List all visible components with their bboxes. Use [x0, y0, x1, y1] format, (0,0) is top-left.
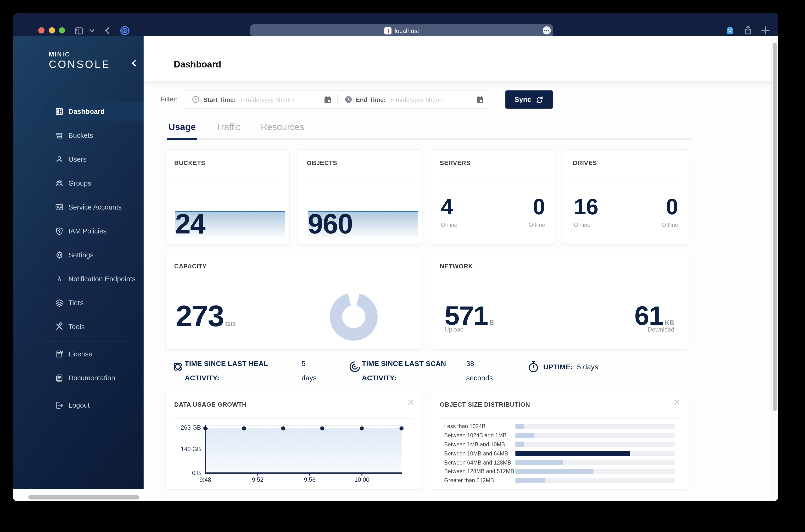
- uptime-icon: [527, 360, 539, 373]
- usage-growth-chart: 263 GB140 GB0 B9:489:529:5610:00: [166, 391, 422, 490]
- drives-online-count: 16: [574, 194, 598, 220]
- start-time-label: Start Time:: [203, 96, 236, 103]
- sync-button-label: Sync: [514, 96, 531, 103]
- dist-row: Between 128MB and 512MB: [444, 467, 675, 476]
- start-time-field[interactable]: Start Time: mm/dd/yyyy hh:mm: [185, 91, 337, 108]
- sidebar-toggle-icon[interactable]: [74, 26, 84, 35]
- dist-row: Between 1MB and 10MB: [444, 440, 675, 449]
- drives-offline-count: 0: [666, 194, 678, 220]
- dist-bar: [516, 460, 563, 465]
- card-title: OBJECTS: [307, 159, 337, 167]
- sidebar-item-logout[interactable]: Logout: [43, 396, 144, 414]
- license-icon: [55, 350, 64, 358]
- new-tab-icon[interactable]: [761, 25, 770, 35]
- sync-button[interactable]: Sync: [505, 91, 553, 109]
- tab-traffic[interactable]: Traffic: [214, 122, 242, 138]
- scrollbar-thumb[interactable]: [773, 42, 777, 411]
- sidebar: MINIO CONSOLE Dashboard Buckets: [13, 36, 144, 501]
- buckets-count: 24: [175, 208, 205, 240]
- card-title: CAPACITY: [174, 263, 207, 270]
- lambda-icon: λ: [55, 274, 64, 283]
- card-divider: [440, 176, 546, 177]
- chart-title: OBJECT SIZE DISTRIBUTION: [440, 401, 530, 408]
- dashboard-content: Filter: Start Time: mm/dd/yyyy hh:mm End…: [144, 81, 772, 501]
- offline-label: Offline: [529, 222, 545, 228]
- x-axis-tick-label: 9:52: [252, 476, 264, 483]
- url-options-icon[interactable]: [543, 26, 551, 35]
- refresh-icon: [536, 95, 544, 103]
- x-axis-tick-label: 10:00: [354, 476, 370, 483]
- sidebar-item-groups[interactable]: Groups: [43, 174, 144, 192]
- onepassword-extension-icon[interactable]: [120, 26, 130, 35]
- activity-row: TIME SINCE LAST HEALACTIVITY: 5days: [144, 357, 772, 387]
- sidebar-item-buckets[interactable]: Buckets: [43, 126, 144, 145]
- close-window-button[interactable]: [38, 27, 44, 34]
- shield-key-icon: [55, 227, 64, 235]
- tab-resources[interactable]: Resources: [259, 122, 306, 138]
- chevron-down-icon[interactable]: [90, 29, 94, 33]
- uptime-group: UPTIME: 5 days: [527, 359, 598, 374]
- servers-online-count: 4: [441, 194, 453, 220]
- horizontal-scrollbar-thumb[interactable]: [28, 495, 139, 499]
- minimize-window-button[interactable]: [49, 27, 55, 34]
- ghostery-extension-icon[interactable]: [725, 26, 735, 35]
- start-time-placeholder: mm/dd/yyyy hh:mm: [241, 96, 294, 103]
- dist-category-label: Between 1MB and 10MB: [444, 441, 516, 447]
- capacity-card: CAPACITY 273 GB: [165, 253, 422, 350]
- zoom-window-button[interactable]: [59, 27, 65, 34]
- gear-icon: [55, 251, 64, 259]
- main-area: Dashboard Filter: Start Time: mm/dd/yyyy…: [144, 36, 778, 501]
- sidebar-item-tools[interactable]: Tools: [43, 318, 144, 336]
- sidebar-collapse-icon[interactable]: [131, 59, 137, 67]
- expand-icon[interactable]: [674, 399, 680, 405]
- online-label: Online: [574, 222, 591, 228]
- screen: localhost: [0, 0, 805, 532]
- dist-row: Greater than 512MB: [444, 476, 675, 485]
- card-divider: [573, 176, 679, 177]
- vertical-scrollbar[interactable]: [771, 36, 778, 501]
- download-label: Download: [648, 326, 674, 333]
- minio-console-logo: MINIO CONSOLE: [49, 51, 110, 71]
- sidebar-item-service-accounts[interactable]: Service Accounts: [43, 198, 144, 216]
- site-favicon: [385, 27, 392, 34]
- servers-card: SERVERS 4 0 Online Offline: [431, 149, 555, 245]
- card-divider: [440, 418, 679, 419]
- end-time-label: End Time:: [356, 96, 386, 103]
- dist-category-label: Between 1024B and 1MB: [444, 433, 516, 438]
- buckets-icon: [55, 131, 64, 140]
- sidebar-item-settings[interactable]: Settings: [43, 246, 144, 264]
- minio-console-app: MINIO CONSOLE Dashboard Buckets: [13, 36, 778, 501]
- sidebar-item-documentation[interactable]: Documentation: [43, 369, 144, 387]
- data-usage-growth-card: DATA USAGE GROWTH 263 GB140 GB0 B9:489:5…: [165, 391, 422, 490]
- heal-activity-value: 5days: [301, 357, 317, 385]
- filter-label: Filter:: [161, 95, 177, 103]
- share-icon[interactable]: [743, 25, 753, 35]
- calendar-icon[interactable]: [476, 95, 484, 103]
- sidebar-menu: Dashboard Buckets Users Groups: [43, 102, 144, 420]
- usage-growth-plot: [205, 425, 402, 476]
- page-title: Dashboard: [174, 59, 221, 70]
- calendar-icon[interactable]: [323, 95, 332, 103]
- offline-label: Offline: [662, 222, 678, 228]
- sidebar-item-iam-policies[interactable]: IAM Policies: [43, 222, 144, 240]
- buckets-card: BUCKETS 24: [165, 149, 289, 245]
- sidebar-item-notification-endpoints[interactable]: λ Notification Endpoints: [43, 270, 144, 288]
- logout-icon: [55, 401, 64, 410]
- dashboard-tabs: Usage Traffic Resources: [167, 122, 691, 140]
- url-bar[interactable]: localhost: [250, 24, 553, 37]
- layers-icon: [55, 299, 64, 307]
- users-icon: [55, 155, 64, 164]
- end-time-field[interactable]: End Time: mm/dd/yyyy hh:mm: [338, 91, 490, 108]
- service-accounts-icon: [55, 203, 64, 211]
- card-title: SERVERS: [440, 159, 470, 167]
- sidebar-item-users[interactable]: Users: [43, 150, 144, 168]
- dist-bar: [516, 478, 545, 483]
- tab-usage[interactable]: Usage: [167, 122, 197, 140]
- scan-activity-label: TIME SINCE LAST SCANACTIVITY:: [362, 357, 446, 385]
- sidebar-item-dashboard[interactable]: Dashboard: [43, 102, 144, 120]
- objects-count: 960: [308, 208, 353, 240]
- dist-bar-track: [516, 451, 675, 456]
- back-button[interactable]: [103, 26, 112, 35]
- sidebar-item-license[interactable]: License: [43, 345, 144, 363]
- sidebar-item-tiers[interactable]: Tiers: [43, 294, 144, 312]
